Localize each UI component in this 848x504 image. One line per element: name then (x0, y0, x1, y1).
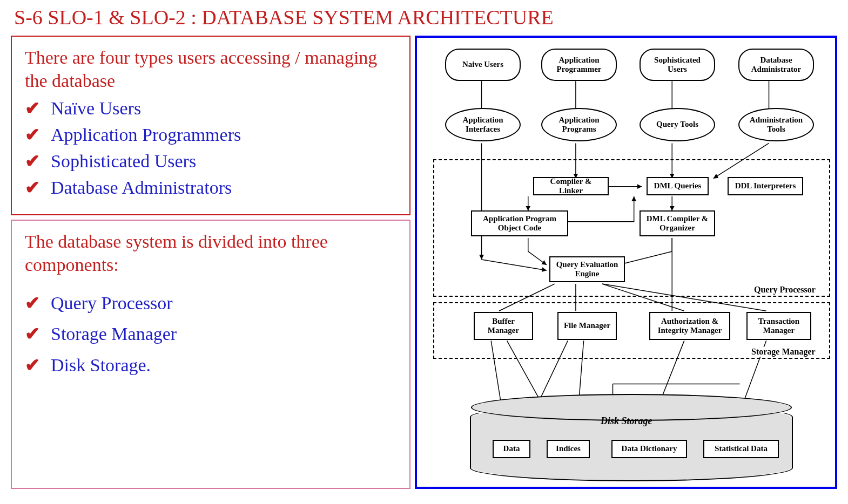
tool-admin-tools: Administration Tools (738, 108, 814, 141)
transaction-manager: Transaction Manager (746, 312, 811, 340)
checkmark-icon: ✔ (25, 292, 40, 314)
components-list: ✔Query Processor ✔Storage Manager ✔Disk … (25, 292, 396, 375)
app-program-obj-code: Application Program Object Code (471, 210, 568, 236)
disk-indices: Indices (547, 440, 590, 458)
authorization-integrity-manager: Authorization & Integrity Manager (649, 312, 730, 340)
list-item: ✔Storage Manager (25, 323, 396, 344)
user-dba: Database Administrator (738, 49, 814, 81)
users-intro: There are four types users accessing / m… (25, 46, 396, 92)
checkmark-icon: ✔ (25, 323, 40, 344)
query-evaluation-engine: Query Evaluation Engine (549, 256, 625, 282)
architecture-diagram: Naive Users Application Programmer Sophi… (417, 38, 835, 487)
disk-data-dictionary: Data Dictionary (611, 440, 687, 458)
query-processor-label: Query Processor (752, 285, 818, 295)
checkmark-icon: ✔ (25, 124, 40, 145)
checkmark-icon: ✔ (25, 355, 40, 376)
tool-app-programs: Application Programs (541, 108, 617, 141)
diagram-panel: Naive Users Application Programmer Sophi… (415, 36, 837, 489)
tool-app-interfaces: Application Interfaces (445, 108, 521, 141)
list-item: ✔Disk Storage. (25, 355, 396, 376)
page-title: S-6 SLO-1 & SLO-2 : DATABASE SYSTEM ARCH… (11, 5, 837, 29)
ddl-interpreters: DDL Interpreters (728, 177, 803, 195)
list-item: ✔Database Administrators (25, 177, 396, 198)
checkmark-icon: ✔ (25, 98, 40, 119)
list-item: ✔Application Programmers (25, 124, 396, 145)
disk-data: Data (493, 440, 530, 458)
buffer-manager: Buffer Manager (474, 312, 533, 340)
main-content: There are four types users accessing / m… (11, 36, 837, 489)
file-manager: File Manager (557, 312, 617, 340)
storage-manager-label: Storage Manager (749, 347, 818, 357)
checkmark-icon: ✔ (25, 151, 40, 172)
list-item: ✔Naïve Users (25, 98, 396, 119)
components-box: The database system is divided into thre… (11, 220, 410, 489)
users-list: ✔Naïve Users ✔Application Programmers ✔S… (25, 98, 396, 198)
list-item: ✔Query Processor (25, 292, 396, 314)
user-app-programmer: Application Programmer (541, 49, 617, 81)
left-panel: There are four types users accessing / m… (11, 36, 410, 489)
checkmark-icon: ✔ (25, 177, 40, 198)
dml-compiler-organizer: DML Compiler & Organizer (640, 210, 715, 236)
disk-storage-label: Disk Storage (601, 416, 665, 427)
tool-query-tools: Query Tools (640, 108, 715, 141)
compiler-linker: Compiler & Linker (533, 177, 609, 195)
disk-statistical-data: Statistical Data (703, 440, 779, 458)
user-naive: Naive Users (445, 49, 521, 81)
users-box: There are four types users accessing / m… (11, 36, 410, 215)
components-intro: The database system is divided into thre… (25, 230, 396, 276)
dml-queries: DML Queries (647, 177, 709, 195)
user-sophisticated: Sophisticated Users (640, 49, 715, 81)
list-item: ✔Sophisticated Users (25, 151, 396, 172)
